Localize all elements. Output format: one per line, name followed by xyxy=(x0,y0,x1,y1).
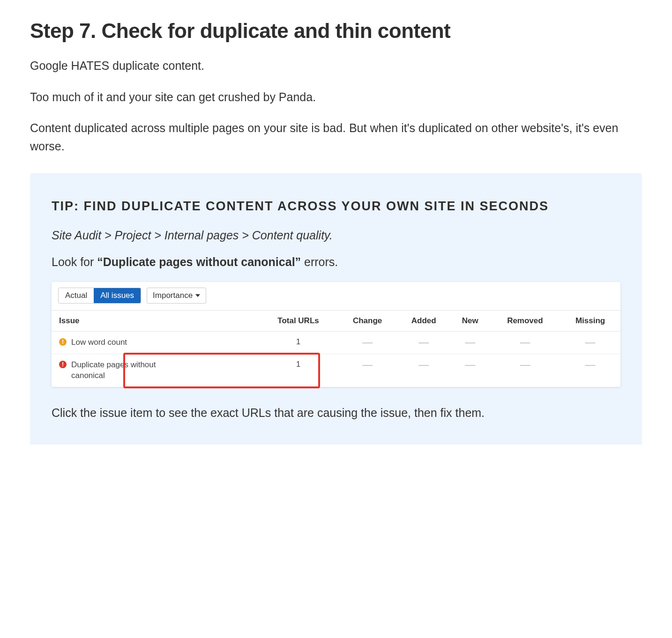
table-row[interactable]: ! Low word count 1 — — — — — xyxy=(52,332,620,354)
col-added[interactable]: Added xyxy=(397,311,450,332)
col-removed[interactable]: Removed xyxy=(490,311,560,332)
cell-missing: — xyxy=(585,359,596,371)
cell-added: — xyxy=(418,359,429,371)
cell-new: — xyxy=(465,336,475,348)
error-icon: ! xyxy=(59,361,67,368)
col-change[interactable]: Change xyxy=(337,311,397,332)
cell-change: — xyxy=(362,336,373,348)
cell-removed: — xyxy=(520,359,530,371)
cell-change: — xyxy=(362,359,373,371)
body-paragraph: Too much of it and your site can get cru… xyxy=(30,88,642,106)
tip-box: TIP: FIND DUPLICATE CONTENT ACROSS YOUR … xyxy=(30,173,642,445)
cell-total-urls: 1 xyxy=(296,360,300,369)
tab-actual[interactable]: Actual xyxy=(59,288,94,303)
tip-lookfor-prefix: Look for xyxy=(52,255,97,268)
chevron-down-icon xyxy=(195,294,200,297)
tip-lookfor: Look for “Duplicate pages without canoni… xyxy=(52,255,620,269)
cell-new: — xyxy=(465,359,475,371)
cell-total-urls: 1 xyxy=(259,332,338,354)
col-total-urls[interactable]: Total URLs xyxy=(259,311,338,332)
tab-all-issues[interactable]: All issues xyxy=(94,288,141,303)
importance-dropdown[interactable]: Importance xyxy=(147,288,206,304)
tip-heading: TIP: FIND DUPLICATE CONTENT ACROSS YOUR … xyxy=(52,197,620,216)
page-title: Step 7. Check for duplicate and thin con… xyxy=(30,19,642,44)
tab-group: Actual All issues xyxy=(58,288,141,304)
table-header-row: Issue Total URLs Change Added New Remove… xyxy=(52,311,620,332)
issue-label: Low word count xyxy=(71,337,127,348)
audit-panel: Actual All issues Importance Issue Total… xyxy=(52,282,620,387)
col-missing[interactable]: Missing xyxy=(560,311,620,332)
tip-breadcrumb: Site Audit > Project > Internal pages > … xyxy=(52,229,620,242)
warning-icon: ! xyxy=(59,338,67,346)
col-issue[interactable]: Issue xyxy=(52,311,259,332)
cell-missing: — xyxy=(585,336,596,348)
audit-controls: Actual All issues Importance xyxy=(52,288,620,310)
body-paragraph: Content duplicated across multiple pages… xyxy=(30,119,642,156)
tip-followup: Click the issue item to see the exact UR… xyxy=(52,404,620,422)
cell-removed: — xyxy=(520,336,530,348)
col-new[interactable]: New xyxy=(450,311,490,332)
audit-table: Issue Total URLs Change Added New Remove… xyxy=(52,310,620,387)
importance-dropdown-label: Importance xyxy=(153,291,193,300)
cell-added: — xyxy=(418,336,429,348)
body-paragraph: Google HATES duplicate content. xyxy=(30,57,642,75)
table-row[interactable]: ! Duplicate pages without canonical 1 — … xyxy=(52,354,620,387)
tip-lookfor-bold: “Duplicate pages without canonical” xyxy=(97,255,301,268)
issue-label: Duplicate pages without canonical xyxy=(71,360,181,381)
tip-lookfor-suffix: errors. xyxy=(301,255,338,268)
